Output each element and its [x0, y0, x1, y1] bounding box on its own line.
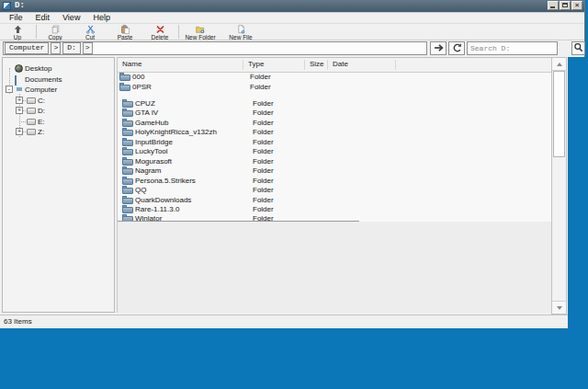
- expander-icon[interactable]: +: [16, 97, 23, 104]
- file-row[interactable]: MogurasoftFolder: [118, 156, 551, 166]
- file-name: Nagram: [135, 166, 161, 176]
- maximize-button[interactable]: [560, 1, 571, 10]
- close-button[interactable]: ×: [571, 1, 582, 10]
- file-type: Folder: [253, 156, 274, 166]
- copy-button[interactable]: Copy: [38, 24, 73, 40]
- file-type: Folder: [253, 166, 274, 176]
- refresh-button[interactable]: [448, 41, 465, 55]
- file-name: GTA IV: [135, 108, 158, 118]
- sidebar-item-label: Z:: [38, 127, 44, 137]
- menu-item-help[interactable]: Help: [86, 13, 117, 23]
- file-row[interactable]: GameHubFolder: [118, 118, 551, 128]
- search-input[interactable]: [467, 41, 558, 55]
- file-row[interactable]: LuckyToolFolder: [118, 146, 551, 156]
- chevron-up-icon: [557, 63, 562, 66]
- file-row[interactable]: Rare-1.11.3.0Folder: [118, 204, 551, 214]
- toolbar: UpCopyCutPasteDeleteNew FolderNew File: [0, 24, 584, 40]
- scroll-up-button[interactable]: [552, 58, 566, 71]
- toolbar-button-label: Cut: [85, 34, 95, 40]
- file-row[interactable]: NagramFolder: [118, 166, 551, 176]
- new-file-button[interactable]: New File: [220, 24, 261, 40]
- file-row[interactable]: QuarkDownloadsFolder: [118, 195, 551, 205]
- go-button[interactable]: [430, 41, 447, 55]
- file-type: Folder: [253, 118, 274, 128]
- file-row[interactable]: GTA IVFolder: [118, 108, 551, 118]
- file-name: QuarkDownloads: [135, 195, 191, 205]
- file-name: Persona.5.Strikers: [135, 176, 196, 186]
- maximize-icon: [562, 3, 568, 7]
- sidebar-item-c[interactable]: +C:: [3, 96, 114, 106]
- up-button[interactable]: Up: [0, 24, 35, 40]
- column-header-name[interactable]: Name: [122, 58, 141, 71]
- delete-icon: [155, 25, 165, 34]
- file-row[interactable]: InputBridgeFolder: [118, 137, 551, 147]
- paste-button[interactable]: Paste: [107, 24, 142, 40]
- toolbar-separator: [178, 25, 179, 39]
- breadcrumb-segment-d[interactable]: D:: [62, 42, 81, 54]
- magnifier-icon: [573, 40, 584, 57]
- breadcrumb-chevron[interactable]: >: [51, 42, 61, 54]
- sidebar-item-z[interactable]: +Z:: [3, 127, 114, 137]
- file-row[interactable]: QQFolder: [118, 185, 551, 195]
- menu-item-file[interactable]: File: [3, 13, 29, 23]
- folder-icon: [122, 214, 133, 221]
- file-row[interactable]: CPUZFolder: [118, 98, 551, 109]
- sidebar-item-desktop[interactable]: Desktop: [3, 63, 114, 74]
- file-name: Winlator: [135, 213, 162, 221]
- file-row[interactable]: WinlatorFolder: [118, 213, 551, 221]
- drive-icon: [27, 97, 36, 104]
- file-type: Folder: [253, 146, 274, 156]
- column-header-date[interactable]: Date: [333, 58, 348, 71]
- file-row[interactable]: Persona.5.StrikersFolder: [118, 176, 551, 186]
- sidebar-item-label: E:: [38, 117, 45, 127]
- new-folder-button[interactable]: New Folder: [180, 24, 220, 40]
- minimize-button[interactable]: [548, 1, 559, 10]
- cut-button[interactable]: Cut: [73, 24, 107, 40]
- expander-icon[interactable]: -: [6, 86, 13, 93]
- toolbar-button-label: Paste: [118, 34, 133, 40]
- file-row[interactable]: 0PSRFolder: [118, 82, 551, 92]
- folder-icon: [122, 196, 133, 204]
- vertical-scrollbar[interactable]: [551, 57, 567, 315]
- file-type: Folder: [250, 82, 271, 92]
- folder-icon: [122, 205, 133, 213]
- file-rows-main: CPUZFolderGTA IVFolderGameHubFolderHolyK…: [118, 98, 551, 221]
- list-empty-area: [118, 222, 551, 313]
- folder-icon: [122, 99, 133, 108]
- file-row[interactable]: 000Folder: [118, 72, 551, 82]
- file-type: Folder: [253, 195, 274, 205]
- folder-tree: DesktopDocuments-Computer+C:+D:E:+Z:: [2, 57, 115, 313]
- sidebar-item-computer[interactable]: -Computer: [3, 85, 114, 95]
- sidebar-item-d[interactable]: +D:: [3, 106, 114, 116]
- status-bar: 63 Items: [0, 315, 568, 328]
- file-type: Folder: [253, 108, 274, 118]
- file-type: Folder: [253, 204, 274, 214]
- sidebar-item-e[interactable]: E:: [3, 117, 114, 127]
- sidebar-item-documents[interactable]: Documents: [3, 74, 114, 85]
- menu-bar: FileEditViewHelp: [0, 12, 584, 24]
- menu-item-view[interactable]: View: [56, 13, 86, 23]
- menu-item-edit[interactable]: Edit: [29, 13, 57, 23]
- sidebar-item-label: C:: [38, 96, 45, 106]
- file-name: GameHub: [135, 118, 168, 128]
- scroll-down-button[interactable]: [552, 301, 566, 314]
- copy-icon: [51, 25, 61, 34]
- folder-icon: [122, 138, 133, 146]
- scrollbar-thumb[interactable]: [553, 71, 565, 157]
- window-controls: ×: [548, 1, 582, 10]
- folder-icon: [122, 147, 133, 155]
- breadcrumb-segment-computer[interactable]: Computer: [5, 42, 49, 54]
- breadcrumb-chevron[interactable]: >: [83, 42, 93, 54]
- search-button[interactable]: [571, 41, 585, 55]
- title-bar[interactable]: D: ×: [0, 0, 584, 12]
- delete-button[interactable]: Delete: [142, 24, 177, 40]
- file-row[interactable]: HolyKnightRicca_v132zhFolder: [118, 127, 551, 137]
- folder-icon: [122, 128, 133, 136]
- file-name: LuckyTool: [135, 146, 168, 156]
- expander-icon[interactable]: +: [16, 107, 23, 114]
- column-header-size[interactable]: Size: [310, 58, 324, 71]
- expander-icon[interactable]: +: [16, 128, 23, 135]
- toolbar-button-label: Up: [14, 34, 21, 40]
- column-header-type[interactable]: Type: [248, 58, 264, 71]
- minimize-icon: [550, 6, 555, 8]
